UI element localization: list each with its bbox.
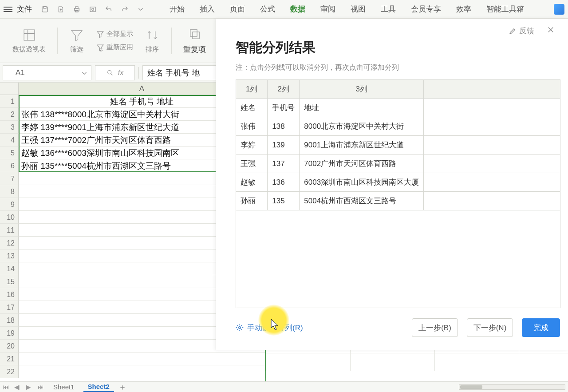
table-cell: 地址 bbox=[300, 99, 424, 117]
prev-button[interactable]: 上一步(B) bbox=[412, 318, 458, 337]
row-header[interactable]: 9 bbox=[0, 198, 19, 211]
sheet-tab-1[interactable]: Sheet1 bbox=[49, 382, 79, 392]
row-header[interactable]: 5 bbox=[0, 147, 19, 159]
filter-button[interactable]: 筛选 bbox=[69, 28, 84, 54]
split-preview-table[interactable]: 1列 2列 3列 姓名手机号地址张伟1388000北京市海淀区中关村大街李婷13… bbox=[236, 79, 560, 308]
add-sheet-button[interactable]: ＋ bbox=[118, 382, 126, 392]
table-cell-blank bbox=[424, 192, 560, 210]
pivot-table-button[interactable]: 数据透视表 bbox=[12, 28, 46, 54]
th-col2[interactable]: 2列 bbox=[268, 80, 300, 99]
th-col3[interactable]: 3列 bbox=[300, 80, 424, 99]
scrollbar-thumb[interactable] bbox=[460, 385, 482, 389]
table-row[interactable]: 张伟1388000北京市海淀区中关村大街 bbox=[236, 117, 560, 136]
separator bbox=[138, 67, 139, 79]
tab-tools[interactable]: 工具 bbox=[381, 0, 396, 18]
funnel-refresh-icon bbox=[96, 43, 105, 52]
print-preview-icon[interactable] bbox=[88, 4, 98, 14]
table-cell: 137 bbox=[268, 154, 300, 173]
tab-start[interactable]: 开始 bbox=[170, 0, 185, 18]
redo-icon[interactable] bbox=[120, 4, 130, 14]
row-header[interactable]: 18 bbox=[0, 314, 19, 327]
manual-split-link[interactable]: 手动设置分列(R) bbox=[236, 323, 303, 333]
row-header[interactable]: 10 bbox=[0, 211, 19, 224]
svg-rect-0 bbox=[42, 7, 47, 12]
feedback-button[interactable]: 反馈 bbox=[509, 26, 534, 36]
tab-vip[interactable]: 会员专享 bbox=[411, 0, 441, 18]
close-icon[interactable] bbox=[547, 26, 555, 36]
tab-view[interactable]: 视图 bbox=[351, 0, 366, 18]
row-header[interactable]: 8 bbox=[0, 185, 19, 198]
pivot-label: 数据透视表 bbox=[12, 45, 46, 54]
table-cell-blank bbox=[424, 117, 560, 136]
svg-rect-3 bbox=[75, 7, 78, 8]
table-row[interactable]: 孙丽1355004杭州市西湖区文三路号 bbox=[236, 192, 560, 210]
row-header[interactable]: 1 bbox=[0, 95, 19, 108]
sort-label: 排序 bbox=[146, 45, 159, 54]
cell[interactable] bbox=[19, 352, 265, 365]
row-header[interactable]: 13 bbox=[0, 249, 19, 262]
table-row[interactable]: 赵敏1366003深圳市南山区科技园南区大厦 bbox=[236, 173, 560, 192]
tab-insert[interactable]: 插入 bbox=[200, 0, 215, 18]
tab-smart-toolbox[interactable]: 智能工具箱 bbox=[486, 0, 524, 18]
cell[interactable] bbox=[19, 365, 265, 378]
reapply-button[interactable]: 重新应用 bbox=[96, 43, 133, 52]
pencil-icon bbox=[509, 27, 517, 35]
prev-sheet-icon[interactable]: ◀ bbox=[14, 383, 21, 391]
row-header[interactable]: 16 bbox=[0, 288, 19, 301]
name-box-value: A1 bbox=[16, 68, 25, 77]
row-header[interactable]: 15 bbox=[0, 275, 19, 288]
row-header[interactable]: 6 bbox=[0, 159, 19, 172]
row-header[interactable]: 12 bbox=[0, 237, 19, 249]
row-header[interactable]: 2 bbox=[0, 108, 19, 121]
row-header[interactable]: 17 bbox=[0, 301, 19, 314]
tab-review[interactable]: 审阅 bbox=[320, 0, 335, 18]
tab-formula[interactable]: 公式 bbox=[260, 0, 275, 18]
menubar: 文件 开始 插入 页面 公式 数据 审阅 视图 工具 会员专享 效率 智能工具箱 bbox=[0, 0, 568, 19]
name-box[interactable]: A1 bbox=[3, 65, 91, 80]
sheet-tab-2[interactable]: Sheet2 bbox=[83, 382, 114, 392]
table-cell: 138 bbox=[268, 117, 300, 136]
finish-button[interactable]: 完成 bbox=[522, 318, 560, 337]
duplicates-button[interactable]: 重复项 bbox=[183, 27, 206, 55]
print-icon[interactable] bbox=[72, 4, 82, 14]
fx-area[interactable]: fx bbox=[95, 65, 135, 80]
table-row[interactable]: 王强1377002广州市天河区体育西路 bbox=[236, 154, 560, 173]
row-header[interactable]: 21 bbox=[0, 352, 19, 365]
file-menu[interactable]: 文件 bbox=[17, 4, 32, 14]
last-sheet-icon[interactable]: ⏭ bbox=[37, 383, 44, 391]
pivot-icon bbox=[22, 28, 37, 43]
table-row[interactable]: 李婷1399001上海市浦东新区世纪大道 bbox=[236, 136, 560, 154]
funnel-icon bbox=[69, 28, 84, 43]
undo-icon[interactable] bbox=[104, 4, 114, 14]
tab-data[interactable]: 数据 bbox=[290, 0, 305, 18]
show-all-button[interactable]: 全部显示 bbox=[96, 30, 133, 39]
select-all-corner[interactable] bbox=[0, 83, 19, 95]
row-header[interactable]: 4 bbox=[0, 134, 19, 147]
save-icon[interactable] bbox=[40, 4, 50, 14]
export-icon[interactable] bbox=[56, 4, 66, 14]
filter-subgroup: 全部显示 重新应用 bbox=[96, 30, 133, 52]
more-dropdown-icon[interactable] bbox=[136, 4, 146, 14]
row-header[interactable]: 20 bbox=[0, 340, 19, 352]
table-cell: 7002广州市天河区体育西路 bbox=[300, 154, 424, 173]
tab-page[interactable]: 页面 bbox=[230, 0, 245, 18]
th-col1[interactable]: 1列 bbox=[236, 80, 268, 99]
row-header[interactable]: 19 bbox=[0, 327, 19, 340]
row-header[interactable]: 22 bbox=[0, 365, 19, 378]
svg-rect-7 bbox=[24, 30, 35, 40]
menu-hamburger-icon[interactable] bbox=[4, 7, 12, 12]
table-cell: 李婷 bbox=[236, 136, 268, 154]
tab-efficiency[interactable]: 效率 bbox=[456, 0, 471, 18]
table-row[interactable]: 姓名手机号地址 bbox=[236, 99, 560, 117]
row-header[interactable]: 14 bbox=[0, 262, 19, 275]
table-cell: 9001上海市浦东新区世纪大道 bbox=[300, 136, 424, 154]
row-header[interactable]: 11 bbox=[0, 224, 19, 237]
first-sheet-icon[interactable]: ⏮ bbox=[3, 383, 10, 391]
next-button[interactable]: 下一步(N) bbox=[467, 318, 513, 337]
table-cell: 6003深圳市南山区科技园南区大厦 bbox=[300, 173, 424, 192]
row-header[interactable]: 7 bbox=[0, 172, 19, 185]
horizontal-scrollbar[interactable] bbox=[459, 384, 565, 390]
sort-button[interactable]: 排序 bbox=[145, 28, 160, 54]
next-sheet-icon[interactable]: ▶ bbox=[26, 383, 33, 391]
row-header[interactable]: 3 bbox=[0, 121, 19, 134]
